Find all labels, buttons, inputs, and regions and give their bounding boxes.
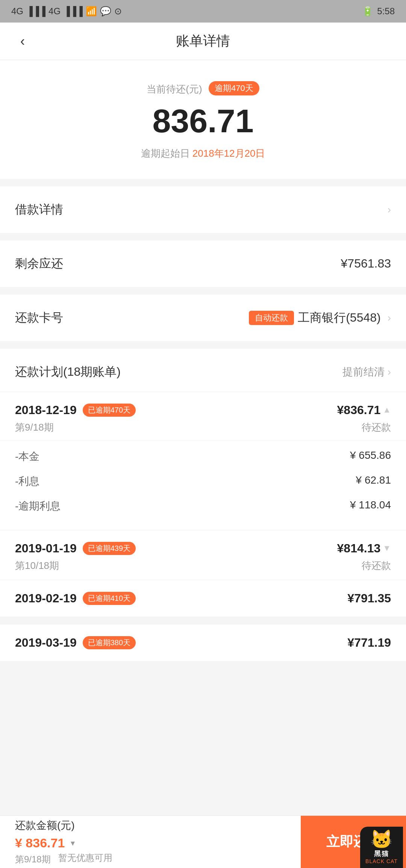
payment-item-1: 2018-12-19 已逾期470天 ¥836.71 ▲ 第9/18期 待还款 … <box>0 392 406 530</box>
bottom-period: 第9/18期 <box>15 853 51 865</box>
detail-interest-value: ¥ 62.81 <box>356 474 391 488</box>
detail-overdue-interest-value: ¥ 118.04 <box>350 499 391 513</box>
detail-overdue-interest: -逾期利息 ¥ 118.04 <box>15 494 391 519</box>
partial-row-section: 2019-03-19 已逾期380天 ¥771.19 <box>0 625 406 661</box>
bottom-amount-value: ¥ 836.71 <box>15 836 65 850</box>
payment-item-2: 2019-01-19 已逾期439天 ¥814.13 ▼ 第10/18期 待还款 <box>0 530 406 580</box>
payment-details-1: -本金 ¥ 655.86 -利息 ¥ 62.81 -逾期利息 ¥ 118.04 <box>0 440 406 530</box>
remaining-value: ¥7561.83 <box>341 257 391 271</box>
overdue-date: 2018年12月20日 <box>192 148 265 159</box>
payment-amount-col-2: ¥814.13 ▼ <box>337 541 391 555</box>
overdue-tag-3: 已逾期410天 <box>83 592 136 605</box>
overdue-tag-1: 已逾期470天 <box>83 404 136 417</box>
signal-icon2: 4G <box>48 6 61 17</box>
partial-overdue-tag: 已逾期380天 <box>83 636 136 649</box>
payment-period-1: 第9/18期 <box>15 421 54 434</box>
status-left: 4G ▐▐▐ 4G ▐▐▐ 📶 💬 ⊙ <box>11 6 122 17</box>
pending-label: 当前待还(元) 逾期470天 <box>15 83 391 97</box>
main-amount: 836.71 <box>15 103 391 139</box>
payment-date-row-2: 2019-01-19 已逾期439天 <box>15 541 136 555</box>
bottom-left: 还款金额(元) ¥ 836.71 ▾ 第9/18期 暂无优惠可用 <box>0 818 301 865</box>
payment-date-2: 2019-01-19 <box>15 541 77 555</box>
pay-now-button[interactable]: 立即还款 <box>301 816 406 868</box>
payment-date-1: 2018-12-19 <box>15 403 77 417</box>
payment-item-3-header[interactable]: 2019-02-19 已逾期410天 ¥791.35 <box>0 580 406 609</box>
remaining-row: 剩余应还 ¥7561.83 <box>0 240 406 287</box>
signal-bars2: ▐▐▐ <box>64 6 83 17</box>
message-icon: 💬 <box>100 6 111 17</box>
bottom-bar: 还款金额(元) ¥ 836.71 ▾ 第9/18期 暂无优惠可用 立即还款 <box>0 815 406 868</box>
overdue-hero-badge: 逾期470天 <box>209 81 259 95</box>
plan-section: 还款计划(18期账单) 提前结清 › 2018-12-19 已逾期470天 ¥8… <box>0 349 406 617</box>
wechat-icon: ⊙ <box>114 6 122 17</box>
remaining-label: 剩余应还 <box>15 256 63 272</box>
hero-section: 当前待还(元) 逾期470天 836.71 逾期起始日 2018年12月20日 <box>0 60 406 179</box>
payment-period-2: 第10/18期 <box>15 559 59 572</box>
plan-title: 还款计划(18期账单) <box>15 364 121 380</box>
early-settlement-button[interactable]: 提前结清 › <box>342 365 391 379</box>
bank-info: 工商银行(5548) <box>298 310 381 326</box>
payment-amount-col-3: ¥791.35 <box>347 591 391 605</box>
payment-item-1-header[interactable]: 2018-12-19 已逾期470天 ¥836.71 ▲ <box>0 392 406 421</box>
detail-interest: -利息 ¥ 62.81 <box>15 469 391 494</box>
overdue-start-label: 逾期起始日 2018年12月20日 <box>15 147 391 160</box>
plan-header: 还款计划(18期账单) 提前结清 › <box>0 349 406 392</box>
top-nav: ‹ 账单详情 <box>0 23 406 60</box>
partial-row-header[interactable]: 2019-03-19 已逾期380天 ¥771.19 <box>15 636 391 650</box>
loan-detail-row[interactable]: 借款详情 › <box>0 186 406 233</box>
wifi-icon: 📶 <box>86 6 97 17</box>
repay-card-label: 还款卡号 <box>15 310 63 326</box>
detail-principal-label: -本金 <box>15 449 39 464</box>
loan-detail-chevron: › <box>388 204 391 216</box>
repay-card-value: 自动还款 工商银行(5548) › <box>249 310 391 326</box>
loan-detail-section: 借款详情 › <box>0 186 406 233</box>
partial-amount: ¥771.19 <box>347 636 391 650</box>
time-display: 5:58 <box>377 6 395 17</box>
remaining-section: 剩余应还 ¥7561.83 <box>0 240 406 287</box>
payment-date-row-1: 2018-12-19 已逾期470天 <box>15 403 136 417</box>
back-button[interactable]: ‹ <box>11 30 34 53</box>
signal-icon: 4G <box>11 6 23 17</box>
bottom-discount: 暂无优惠可用 <box>58 852 112 865</box>
payment-amount-2: ¥814.13 <box>337 541 381 555</box>
payment-status-1: 待还款 <box>362 421 391 434</box>
dropdown-icon[interactable]: ▾ <box>71 838 75 848</box>
repay-card-row[interactable]: 还款卡号 自动还款 工商银行(5548) › <box>0 295 406 341</box>
battery-icon: 🔋 <box>362 6 373 17</box>
expand-icon-1: ▲ <box>383 405 391 415</box>
payment-date-row-3: 2019-02-19 已逾期410天 <box>15 591 136 605</box>
expand-icon-2: ▼ <box>383 543 391 553</box>
bottom-amount-row: ¥ 836.71 ▾ <box>15 836 286 850</box>
payment-item-2-header[interactable]: 2019-01-19 已逾期439天 ¥814.13 ▼ <box>0 530 406 559</box>
repay-card-chevron: › <box>388 312 391 324</box>
plan-chevron: › <box>388 366 391 378</box>
detail-overdue-interest-label: -逾期利息 <box>15 499 61 513</box>
detail-interest-label: -利息 <box>15 474 39 488</box>
page-title: 账单详情 <box>176 32 230 50</box>
status-bar: 4G ▐▐▐ 4G ▐▐▐ 📶 💬 ⊙ 🔋 5:58 <box>0 0 406 23</box>
status-right: 🔋 5:58 <box>362 6 395 17</box>
overdue-tag-2: 已逾期439天 <box>83 542 136 555</box>
repay-card-section: 还款卡号 自动还款 工商银行(5548) › <box>0 295 406 341</box>
payment-status-2: 待还款 <box>362 559 391 572</box>
partial-date-row: 2019-03-19 已逾期380天 <box>15 636 136 650</box>
payment-item-3: 2019-02-19 已逾期410天 ¥791.35 <box>0 580 406 617</box>
payment-amount-1: ¥836.71 <box>337 403 381 417</box>
auto-badge: 自动还款 <box>249 311 294 325</box>
detail-principal: -本金 ¥ 655.86 <box>15 444 391 469</box>
payment-amount-3: ¥791.35 <box>347 591 391 605</box>
payment-amount-col-1: ¥836.71 ▲ <box>337 403 391 417</box>
signal-bars: ▐▐▐ <box>26 6 45 17</box>
bottom-amount-label: 还款金额(元) <box>15 818 286 833</box>
loan-detail-label: 借款详情 <box>15 201 63 218</box>
partial-date: 2019-03-19 <box>15 636 77 650</box>
detail-principal-value: ¥ 655.86 <box>350 449 391 464</box>
payment-date-3: 2019-02-19 <box>15 591 77 605</box>
